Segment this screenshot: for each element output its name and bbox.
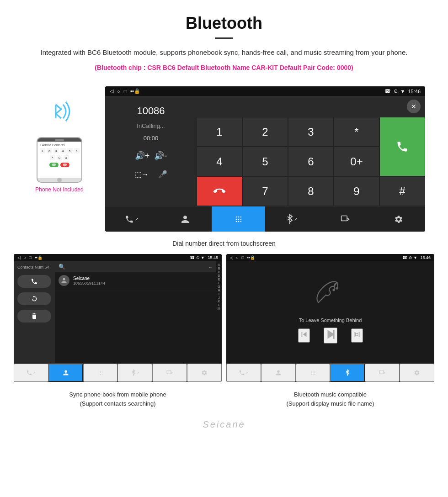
search-icon: 🔍 (59, 264, 65, 270)
home-icon-small: ○ (24, 255, 26, 260)
svg-point-7 (240, 219, 241, 220)
recents-icon-music: □ (241, 255, 244, 260)
play-pause-button[interactable] (324, 328, 337, 344)
key-4[interactable]: 4 (197, 147, 242, 176)
header-specs: (Bluetooth chip : CSR BC6 Default Blueto… (27, 63, 421, 73)
svg-point-10 (240, 221, 241, 222)
svg-point-35 (314, 373, 315, 374)
svg-point-31 (313, 371, 314, 372)
contacts-nav-settings-button[interactable] (187, 364, 222, 382)
dial-number: 10086 (137, 105, 165, 117)
key-9[interactable]: 9 (334, 176, 379, 206)
music-nav-transfer-button[interactable] (365, 364, 400, 382)
contact-avatar (59, 275, 69, 286)
back-icon-music: ◁ (230, 255, 233, 260)
phone-mockup-screen: + Add to Contacts 1 2 3 4 5 6 * 0 # ☎ (37, 142, 81, 178)
music-nav-call-button[interactable]: ↗ (226, 364, 261, 382)
key-0[interactable]: 0+ (334, 147, 379, 176)
volume-down-icon[interactable]: 🔊- (154, 151, 167, 161)
contacts-count: Contacts Num:54 (17, 265, 51, 270)
svg-point-38 (314, 374, 315, 375)
nav-bluetooth-button[interactable]: ↗ (265, 206, 319, 232)
dial-main: 10086 InCalling... 00:00 🔊+ 🔊- ⬚→ 🎤 (105, 96, 425, 206)
svg-point-36 (311, 374, 312, 375)
contacts-status-right: ☎ ⊙ ▼ 15:45 (190, 255, 218, 260)
key-1[interactable]: 1 (197, 117, 242, 147)
back-icon: ◁ (110, 88, 113, 94)
hangup-button[interactable] (197, 176, 242, 206)
nav-transfer-button[interactable] (319, 206, 372, 232)
nav-dialpad-button[interactable] (212, 206, 265, 232)
svg-rect-23 (167, 370, 171, 374)
music-nav-dialpad-button[interactable] (296, 364, 331, 382)
phone-icon-music: ☎ ⊙ ▼ (402, 255, 417, 260)
main-content: + Add to Contacts 1 2 3 4 5 6 * 0 # ☎ (0, 86, 448, 236)
music-screen: ◁ ○ □ ▪▪🔒 ☎ ⊙ ▼ 15:46 (226, 254, 434, 382)
volume-up-icon[interactable]: 🔊+ (135, 151, 150, 161)
recents-icon-small: □ (29, 255, 31, 260)
key-5[interactable]: 5 (242, 147, 288, 176)
left-caption-text: Sync phone-book from mobile phone(Suppor… (69, 391, 166, 407)
location-icon: ⊙ (394, 88, 398, 94)
next-track-button[interactable] (351, 328, 363, 343)
contacts-nav-contacts-button[interactable] (48, 364, 83, 382)
prev-track-button[interactable] (298, 328, 310, 343)
contacts-nav-dialpad-button[interactable] (83, 364, 118, 382)
svg-rect-40 (379, 370, 384, 374)
phone-illustration: + Add to Contacts 1 2 3 4 5 6 * 0 # ☎ (14, 86, 105, 193)
nav-settings-button[interactable] (372, 206, 425, 232)
contacts-sidebar: Contacts Num:54 (14, 261, 55, 363)
contact-number: 10655059113144 (73, 281, 213, 286)
music-status-left: ◁ ○ □ ▪▪🔒 (230, 255, 255, 260)
contacts-nav-call-button[interactable]: ↗ (14, 364, 48, 382)
music-nav-bar: ↗ (226, 363, 434, 382)
nav-call-log-button[interactable]: ↗ (105, 206, 159, 232)
contacts-nav-transfer-button[interactable] (152, 364, 187, 382)
svg-point-6 (238, 219, 239, 220)
svg-point-19 (98, 374, 99, 375)
music-nav-contacts-button[interactable] (261, 364, 296, 382)
contacts-time: 15:45 (208, 255, 218, 260)
key-6[interactable]: 6 (288, 147, 334, 176)
nav-contacts-button[interactable] (159, 206, 212, 232)
call-action-button[interactable] (17, 275, 51, 288)
key-3[interactable]: 3 (288, 117, 334, 147)
microphone-icon[interactable]: 🎤 (158, 170, 167, 179)
key-8[interactable]: 8 (288, 176, 334, 206)
music-time: 15:46 (420, 255, 431, 260)
backspace-icon-small[interactable]: ← (208, 264, 213, 270)
sync-action-button[interactable] (17, 292, 51, 305)
dial-input-field[interactable] (201, 102, 403, 111)
svg-point-14 (100, 371, 101, 372)
title-divider (215, 37, 233, 39)
contacts-search-input[interactable] (68, 264, 205, 270)
status-time: 15:46 (408, 89, 421, 94)
svg-rect-29 (333, 330, 334, 339)
key-2[interactable]: 2 (242, 117, 288, 147)
music-body: To Leave Something Behind (226, 261, 434, 363)
key-star[interactable]: * (334, 117, 379, 147)
contacts-screen: ◁ ○ □ ▪▪🔒 ☎ ⊙ ▼ 15:45 Contacts Num:54 (14, 254, 222, 382)
backspace-button[interactable]: ✕ (407, 100, 421, 113)
svg-point-32 (314, 371, 315, 372)
home-icon: ○ (117, 89, 120, 94)
music-nav-bt-button[interactable] (330, 364, 365, 382)
dial-status-bar: ◁ ○ □ ▪▪🔒 ☎ ⊙ ▼ 15:46 (105, 86, 425, 96)
status-bar-right-icons: ☎ ⊙ ▼ 15:46 (384, 88, 421, 94)
contact-item[interactable]: Seicane 10655059113144 (55, 272, 216, 289)
contact-info: Seicane 10655059113144 (73, 276, 213, 286)
dial-keypad: ✕ 1 2 3 * 4 (197, 96, 425, 206)
call-button[interactable] (379, 117, 425, 176)
notif-icon-small: ▪▪🔒 (34, 255, 42, 260)
contacts-nav-bt-button[interactable]: ↗ (117, 364, 152, 382)
svg-point-4 (240, 217, 241, 218)
bluetooth-waves-icon (46, 95, 73, 132)
header-description: Integrated with BC6 Bluetooth module, su… (27, 47, 421, 58)
key-7[interactable]: 7 (242, 176, 288, 206)
key-hash[interactable]: # (379, 176, 425, 206)
transfer-icon[interactable]: ⬚→ (135, 170, 149, 179)
delete-action-button[interactable] (17, 310, 51, 323)
music-nav-settings-button[interactable] (400, 364, 434, 382)
left-caption: Sync phone-book from mobile phone(Suppor… (14, 390, 222, 408)
svg-point-16 (98, 373, 99, 374)
